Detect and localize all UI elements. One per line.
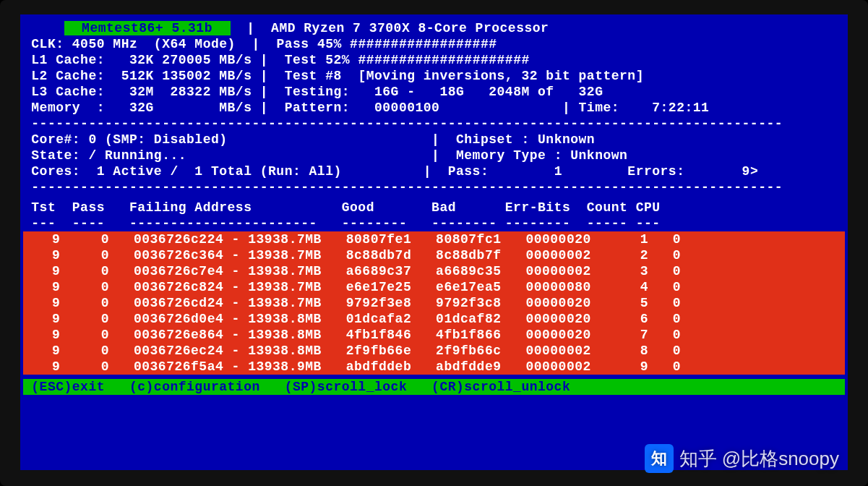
error-row: 9 0 0036726c824 - 13938.7MB e6e17e25 e6e… — [23, 279, 845, 295]
clk-line: CLK: 4050 MHz (X64 Mode) — [31, 37, 236, 51]
state-line: State: / Running... — [31, 148, 186, 163]
l2-cache: L2 Cache: 512K 135002 MB/s — [31, 69, 252, 83]
test-desc: Test #8 [Moving inversions, 32 bit patte… — [285, 69, 644, 83]
l1-cache: L1 Cache: 32K 270005 MB/s — [31, 53, 252, 67]
error-row: 9 0 0036726f5a4 - 13938.9MB abdfddeb abd… — [23, 359, 845, 375]
pass-progress: Pass 45% ################## — [276, 37, 497, 51]
pass-errors: Pass: 1 Errors: 9> — [448, 164, 758, 179]
cores-line: Cores: 1 Active / 1 Total (Run: All) — [31, 164, 341, 179]
divider: ----------------------------------------… — [23, 116, 845, 132]
app-title: Memtest86+ 5.31b — [64, 21, 231, 35]
error-table-header: Tst Pass Failing Address Good Bad Err-Bi… — [23, 200, 845, 216]
error-row: 9 0 0036726ec24 - 13938.8MB 2f9fb66e 2f9… — [23, 343, 845, 359]
error-row: 9 0 0036726c7e4 - 13938.7MB a6689c37 a66… — [23, 263, 845, 279]
l3-cache: L3 Cache: 32M 28322 MB/s — [31, 85, 252, 99]
cpu-name: AMD Ryzen 7 3700X 8-Core Processor — [271, 21, 549, 35]
divider2: ----------------------------------------… — [23, 179, 845, 195]
error-table-divider: --- ---- ----------------------- -------… — [23, 216, 845, 231]
error-row: 9 0 0036726e864 - 13938.8MB 4fb1f846 4fb… — [23, 327, 845, 343]
footer-menu[interactable]: (ESC)exit (c)configuration (SP)scroll_lo… — [23, 379, 845, 395]
memory-line: Memory : 32G MB/s — [31, 101, 252, 115]
error-table: 9 0 0036726c224 - 13938.7MB 80807fe1 808… — [23, 231, 845, 375]
error-row: 9 0 0036726c224 - 13938.7MB 80807fe1 808… — [23, 231, 845, 247]
test-progress: Test 52% ##################### — [285, 53, 530, 67]
error-row: 9 0 0036726cd24 - 13938.7MB 9792f3e8 979… — [23, 295, 845, 311]
memory-type: Memory Type : Unknown — [456, 148, 627, 163]
core-line: Core#: 0 (SMP: Disabled) — [31, 132, 227, 147]
testing-range: Testing: 16G - 18G 2048M of 32G — [285, 85, 603, 99]
memtest-screen: Memtest86+ 5.31b | AMD Ryzen 7 3700X 8-C… — [20, 14, 848, 470]
error-row: 9 0 0036726d0e4 - 13938.8MB 01dcafa2 01d… — [23, 311, 845, 327]
error-row: 9 0 0036726c364 - 13938.7MB 8c88db7d 8c8… — [23, 247, 845, 263]
chipset: Chipset : Unknown — [456, 132, 595, 147]
pattern-line: Pattern: 00000100 | Time: 7:22:11 — [285, 101, 710, 115]
